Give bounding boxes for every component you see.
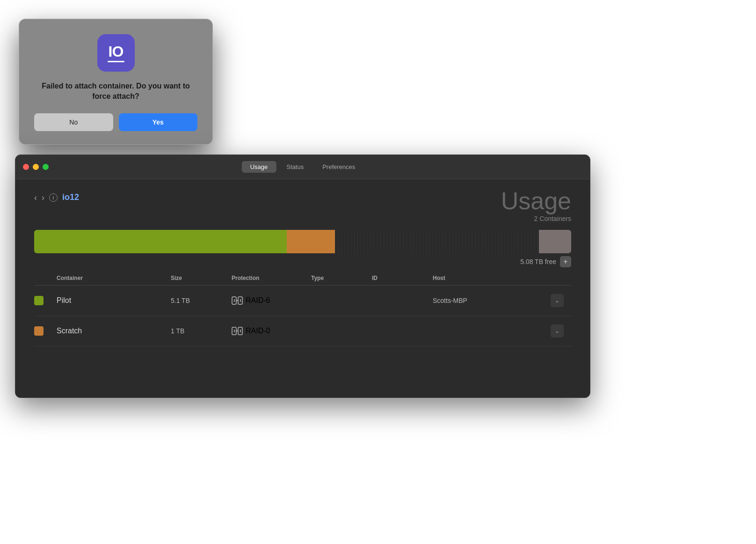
containers-count: 2 Containers	[534, 215, 571, 222]
raid-icon-pilot	[232, 296, 243, 305]
device-name: io12	[62, 192, 79, 202]
no-button[interactable]: No	[34, 113, 113, 131]
col-header-protection: Protection	[228, 275, 307, 281]
tab-usage[interactable]: Usage	[242, 161, 276, 173]
storage-bar-container: 5.08 TB free +	[34, 230, 571, 267]
close-button[interactable]	[23, 164, 29, 170]
row-checkbox-scratch[interactable]	[34, 326, 44, 336]
traffic-lights	[23, 164, 49, 170]
free-space-label: 5.08 TB free	[520, 258, 556, 265]
header-row: ‹ › i io12 Usage 2 Containers	[34, 189, 571, 222]
bar-segment-scratch	[287, 230, 335, 253]
minimize-button[interactable]	[33, 164, 39, 170]
expand-button-pilot[interactable]: ⌄	[551, 294, 564, 307]
app-icon-underline	[108, 61, 124, 62]
title-bar: Usage Status Preferences	[15, 155, 590, 179]
col-header-container: Container	[53, 275, 167, 281]
back-button[interactable]: ‹	[34, 193, 37, 202]
storage-bar	[34, 230, 571, 253]
app-icon-text: IO	[109, 44, 124, 59]
table-row: Scratch 1 TB RAID-0 ⌄	[34, 316, 571, 346]
dialog: IO Failed to attach container. Do you wa…	[19, 19, 213, 145]
app-window: Usage Status Preferences ‹ › i io12 Usag…	[15, 154, 590, 398]
dialog-message: Failed to attach container. Do you want …	[34, 81, 197, 102]
info-icon[interactable]: i	[49, 193, 58, 202]
cell-protection-scratch: RAID-0	[228, 326, 307, 336]
col-header-type: Type	[307, 275, 368, 281]
col-header-action	[543, 275, 571, 281]
forward-button[interactable]: ›	[42, 193, 44, 202]
maximize-button[interactable]	[43, 164, 49, 170]
table-header: Container Size Protection Type ID Host	[34, 275, 571, 286]
dialog-buttons: No Yes	[34, 113, 197, 131]
col-header-id: ID	[368, 275, 429, 281]
protection-text-scratch: RAID-0	[246, 327, 270, 335]
cell-size-scratch: 1 TB	[167, 327, 228, 335]
tab-status[interactable]: Status	[278, 161, 312, 173]
yes-button[interactable]: Yes	[119, 113, 198, 131]
cell-protection-pilot: RAID-6	[228, 296, 307, 305]
expand-button-scratch[interactable]: ⌄	[551, 324, 564, 338]
col-header-checkbox	[34, 275, 53, 281]
table-container: Container Size Protection Type ID Host P…	[34, 275, 571, 346]
tab-preferences[interactable]: Preferences	[314, 161, 363, 173]
app-icon: IO	[97, 34, 135, 72]
raid-icon-scratch	[232, 326, 243, 336]
nav-controls: ‹ › i io12	[34, 192, 79, 202]
col-header-host: Host	[429, 275, 543, 281]
content-area: ‹ › i io12 Usage 2 Containers 5.08 TB fr…	[15, 179, 590, 397]
bar-segment-other	[539, 230, 571, 253]
cell-host-pilot: Scotts-MBP	[429, 297, 543, 304]
storage-info-row: 5.08 TB free +	[34, 256, 571, 267]
row-checkbox-pilot[interactable]	[34, 296, 44, 305]
container-name-pilot: Pilot	[53, 296, 167, 305]
add-container-button[interactable]: +	[560, 256, 571, 267]
container-name-scratch: Scratch	[53, 327, 167, 335]
table-row: Pilot 5.1 TB RAID-6 Scotts-MBP	[34, 286, 571, 316]
bar-segment-free	[335, 230, 539, 253]
cell-size-pilot: 5.1 TB	[167, 297, 228, 304]
bar-segment-pilot	[34, 230, 287, 253]
col-header-size: Size	[167, 275, 228, 281]
page-title: Usage	[501, 189, 571, 213]
protection-text-pilot: RAID-6	[246, 296, 270, 305]
tabs-container: Usage Status Preferences	[242, 161, 364, 173]
